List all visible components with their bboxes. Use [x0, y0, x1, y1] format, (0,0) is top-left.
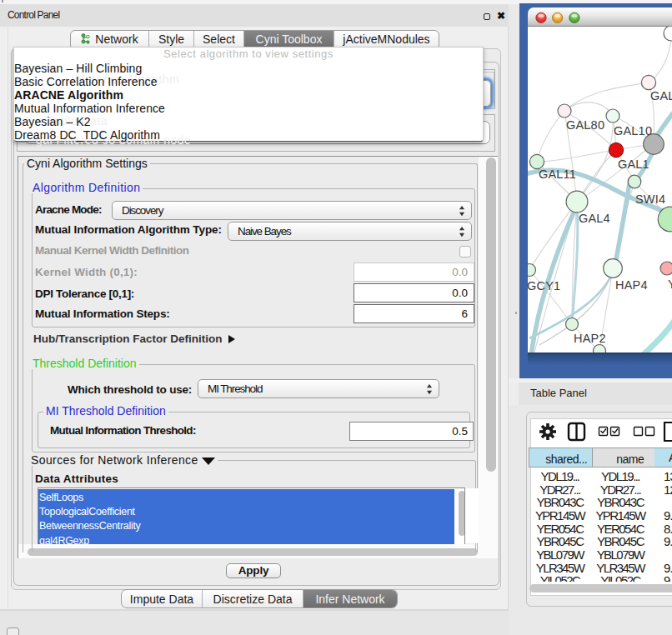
svg-text:HAP2: HAP2 — [574, 332, 606, 345]
svg-text:GAL10: GAL10 — [614, 124, 652, 138]
svg-text:GAL4: GAL4 — [579, 212, 610, 225]
svg-text:GAL: GAL — [650, 89, 672, 102]
svg-text:SWI4: SWI4 — [635, 192, 665, 206]
svg-text:HAP4: HAP4 — [615, 278, 648, 292]
svg-text:GAL11: GAL11 — [539, 168, 576, 181]
svg-text:GAL80: GAL80 — [566, 118, 604, 132]
svg-text:GCY1: GCY1 — [528, 279, 560, 292]
svg-text:Y: Y — [668, 278, 672, 291]
svg-text:GAL1: GAL1 — [618, 158, 649, 171]
